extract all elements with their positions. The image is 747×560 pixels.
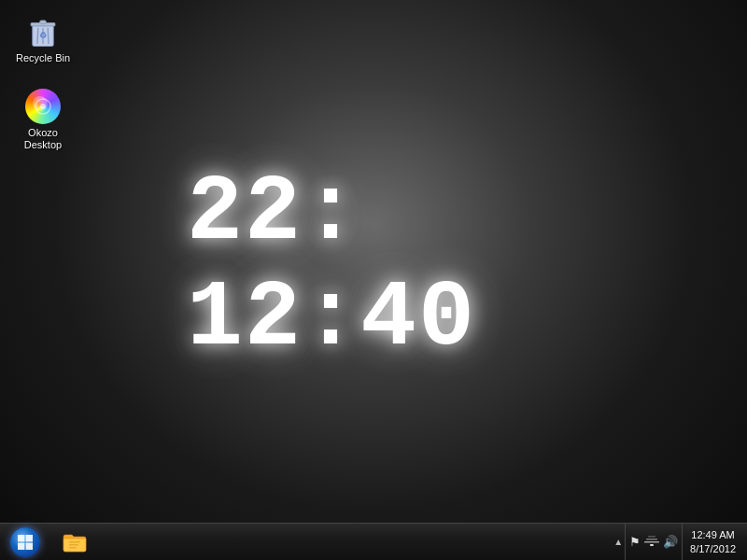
svg-rect-11 — [26, 535, 34, 542]
desktop: ♻ Recycle Bin Okozo Desktop 22: 12:40 — [0, 0, 747, 523]
clock-sep1: : — [303, 161, 360, 266]
volume-icon[interactable]: 🔊 — [663, 535, 678, 549]
windows-logo-icon — [17, 534, 34, 551]
recycle-bin-label: Recycle Bin — [16, 52, 70, 64]
folder-icon — [62, 531, 88, 553]
windows-orb — [10, 527, 40, 557]
taskbar-date: 8/17/2012 — [690, 542, 736, 555]
svg-rect-15 — [69, 544, 78, 546]
taskbar-explorer-button[interactable] — [54, 525, 95, 559]
svg-rect-18 — [646, 539, 657, 540]
svg-rect-10 — [18, 535, 25, 542]
action-center-icon[interactable]: ⚑ — [629, 535, 641, 549]
taskbar: ▲ ⚑ 🔊 12:49 AM 8/17/2012 — [0, 523, 747, 560]
clock-minutes: 12 — [187, 266, 303, 371]
svg-point-8 — [35, 99, 50, 114]
system-tray: ▲ ⚑ 🔊 12:49 AM 8/17/2012 — [612, 524, 747, 561]
taskbar-time: 12:49 AM — [691, 528, 734, 541]
clock-hours: 22 — [187, 161, 303, 266]
taskbar-apps — [50, 524, 99, 561]
svg-rect-5 — [40, 21, 47, 23]
okozo-label: Okozo Desktop — [24, 127, 62, 151]
recycle-bin-icon[interactable]: ♻ Recycle Bin — [9, 9, 77, 68]
network-icon[interactable] — [644, 534, 659, 550]
tray-expand-button[interactable]: ▲ — [612, 537, 625, 547]
start-button[interactable] — [0, 524, 50, 561]
clock-seconds: 40 — [360, 266, 476, 371]
recycle-bin-image: ♻ — [24, 13, 62, 50]
okozo-desktop-icon[interactable]: Okozo Desktop — [9, 84, 77, 155]
okozo-image — [24, 88, 62, 125]
tray-icons-area: ⚑ 🔊 — [625, 524, 682, 561]
svg-rect-13 — [26, 542, 34, 550]
svg-text:♻: ♻ — [39, 31, 47, 40]
clock-sep2: : — [303, 266, 360, 371]
clock-time: 22: 12:40 — [187, 161, 560, 371]
svg-rect-20 — [650, 544, 654, 546]
svg-rect-14 — [69, 541, 80, 543]
svg-rect-17 — [648, 536, 655, 538]
svg-rect-12 — [18, 542, 25, 550]
svg-point-9 — [40, 104, 46, 109]
svg-rect-19 — [644, 541, 659, 543]
clock-display: 22: 12:40 — [187, 161, 560, 371]
taskbar-clock[interactable]: 12:49 AM 8/17/2012 — [682, 524, 743, 561]
svg-rect-16 — [69, 547, 77, 549]
